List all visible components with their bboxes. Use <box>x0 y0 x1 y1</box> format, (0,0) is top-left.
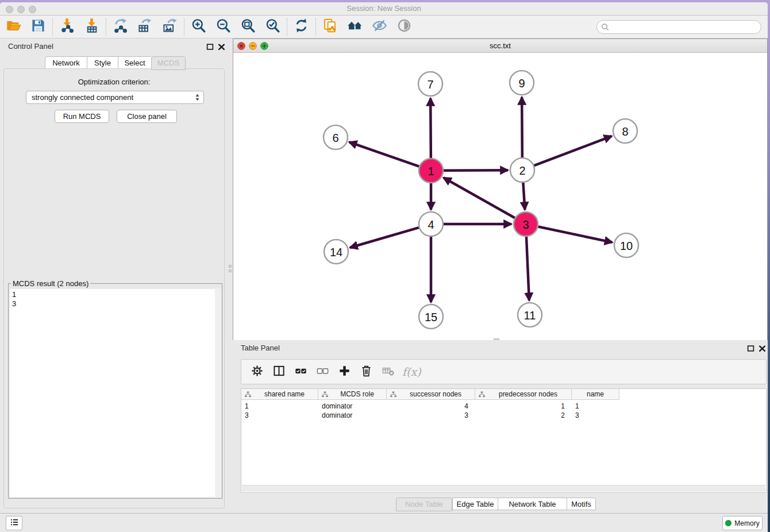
tab-network[interactable]: Network <box>45 56 87 69</box>
tab-node-table[interactable]: Node Table <box>396 498 452 511</box>
delete-columns-button[interactable] <box>355 361 377 382</box>
export-image-button[interactable] <box>157 17 182 37</box>
import-network-button[interactable] <box>55 17 79 37</box>
tab-motifs[interactable]: Motifs <box>567 498 596 510</box>
search-icon <box>601 23 610 32</box>
houses-icon <box>347 18 363 36</box>
zoom-in-icon <box>191 18 206 36</box>
edge-4-14[interactable] <box>350 228 419 248</box>
close-table-panel-icon[interactable] <box>759 344 766 354</box>
close-panel-icon[interactable] <box>218 43 225 53</box>
refresh-icon <box>294 18 309 36</box>
function-builder-button: f(x) <box>402 365 421 378</box>
delete-table-icon <box>382 364 395 380</box>
zoom-selected-button[interactable] <box>260 17 285 37</box>
show-all-button <box>392 17 417 37</box>
task-history-button[interactable] <box>6 516 22 530</box>
open-session-button[interactable] <box>1 17 26 37</box>
column-header-mcds-role[interactable]: MCDS role <box>318 389 387 400</box>
refresh-button[interactable] <box>289 17 314 37</box>
table-row[interactable]: 3dominator323 <box>241 411 619 420</box>
float-panel-icon[interactable] <box>206 43 214 53</box>
toolbar-separator <box>106 18 106 36</box>
window-title: Session: New Session <box>0 2 768 15</box>
zoom-selected-icon <box>265 18 280 36</box>
column-header-name[interactable]: name <box>572 389 619 400</box>
search-input[interactable] <box>610 22 761 32</box>
edge-2-3[interactable] <box>523 183 525 210</box>
import-table-icon <box>84 18 99 36</box>
clone-network-button[interactable] <box>318 17 342 37</box>
criterion-selected-value: strongly connected component <box>32 93 133 102</box>
memory-button[interactable]: Memory <box>722 516 763 530</box>
tab-select[interactable]: Select <box>118 56 151 69</box>
edge-3-10[interactable] <box>538 227 613 242</box>
cell-predecessor-nodes: 1 <box>475 402 572 411</box>
cell-name: 3 <box>572 411 619 420</box>
create-column-button[interactable] <box>333 361 355 382</box>
import-network-icon <box>59 18 75 36</box>
edge-1-7[interactable] <box>430 98 431 158</box>
export-table-button[interactable] <box>133 17 157 37</box>
toolbar-separator <box>315 18 316 36</box>
column-header-shared-name[interactable]: shared name <box>241 389 318 400</box>
node-label-2: 2 <box>519 164 525 177</box>
close-panel-button[interactable]: Close panel <box>117 110 177 123</box>
table-toolbar: f(x) <box>241 359 767 384</box>
tab-style[interactable]: Style <box>87 56 118 69</box>
vertical-splitter[interactable] <box>228 38 233 513</box>
tab-edge-table[interactable]: Edge Table <box>452 498 498 510</box>
toolbar-separator <box>184 18 184 36</box>
zoom-out-button[interactable] <box>211 17 236 37</box>
float-table-panel-icon[interactable] <box>747 344 754 354</box>
show-column-panel-button[interactable] <box>268 361 290 382</box>
node-label-14: 14 <box>330 246 342 259</box>
home-button[interactable] <box>342 17 367 37</box>
save-session-button[interactable] <box>26 17 51 37</box>
node-label-3: 3 <box>522 218 529 231</box>
table-panel: Table Panel f(x) shared nameMCDS rolesuc… <box>233 340 768 513</box>
select-chevrons-icon <box>195 93 200 102</box>
mcds-result-text[interactable]: 13 <box>10 289 221 497</box>
export-network-button[interactable] <box>108 17 133 37</box>
import-table-button[interactable] <box>79 17 104 37</box>
edge-3-11[interactable] <box>526 237 529 300</box>
zoom-fit-button[interactable] <box>236 17 260 37</box>
export-image-icon <box>162 18 178 36</box>
toolbar-separator <box>287 18 287 36</box>
table-settings-button[interactable] <box>246 361 268 382</box>
node-label-6: 6 <box>332 132 338 144</box>
node-table: shared nameMCDS rolesuccessor nodesprede… <box>241 388 767 493</box>
edge-1-6[interactable] <box>349 142 419 166</box>
control-panel: Control Panel NetworkStyleSelectMCDS Opt… <box>0 38 228 513</box>
table-header-row: shared nameMCDS rolesuccessor nodesprede… <box>241 389 619 400</box>
column-header-predecessor-nodes[interactable]: predecessor nodes <box>475 389 572 400</box>
tab-network-table[interactable]: Network Table <box>498 498 567 510</box>
open-folder-icon <box>6 18 21 36</box>
node-label-7: 7 <box>427 78 433 91</box>
plus-icon <box>338 364 351 380</box>
network-canvas[interactable]: 1234678910111415 <box>233 53 767 340</box>
tab-mcds[interactable]: MCDS <box>151 56 186 70</box>
edge-3-1[interactable] <box>444 178 515 218</box>
hide-selected-button[interactable] <box>367 17 392 37</box>
node-label-8: 8 <box>622 125 628 138</box>
criterion-select[interactable]: strongly connected component <box>26 91 204 104</box>
search-box <box>596 20 761 34</box>
table-row[interactable]: 1dominator411 <box>241 402 619 411</box>
deselect-all-columns-button[interactable] <box>311 361 333 382</box>
edge-2-8[interactable] <box>534 136 612 165</box>
edge-1-2[interactable] <box>444 170 508 171</box>
zoom-in-button[interactable] <box>186 17 211 37</box>
run-mcds-button[interactable]: Run MCDS <box>55 110 109 123</box>
edge-2-9[interactable] <box>522 97 522 157</box>
node-label-15: 15 <box>425 311 437 323</box>
result-scrollbar[interactable] <box>215 288 221 498</box>
gear-icon <box>251 364 264 380</box>
network-title: scc.txt <box>233 39 767 52</box>
select-all-columns-button[interactable] <box>290 361 311 382</box>
column-header-successor-nodes[interactable]: successor nodes <box>387 389 475 400</box>
toolbar-separator <box>52 18 53 36</box>
memory-status-dot <box>725 520 732 526</box>
table-horizontal-scrollbar[interactable] <box>242 485 765 492</box>
